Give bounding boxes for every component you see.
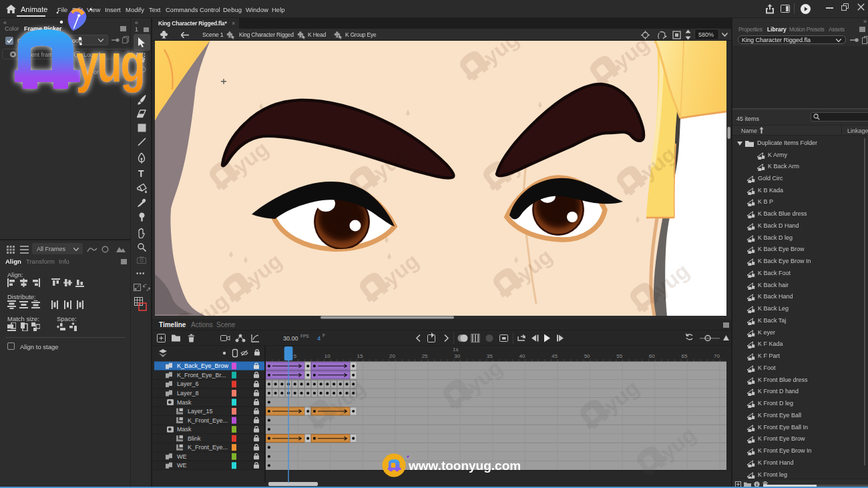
svg-text:Mask: Mask [177, 399, 192, 406]
svg-text:Actions: Actions [191, 321, 213, 328]
svg-text:50: 50 [584, 353, 590, 359]
svg-text:55: 55 [616, 353, 622, 359]
svg-text:15: 15 [357, 353, 363, 359]
svg-text:F: F [322, 333, 325, 338]
svg-text:4: 4 [317, 334, 320, 342]
svg-text:30: 30 [454, 353, 460, 359]
svg-text:K_Front_Eye_Br...: K_Front_Eye_Br... [177, 372, 226, 379]
svg-text:5: 5 [293, 353, 296, 359]
svg-text:Layer_6: Layer_6 [177, 381, 199, 387]
svg-text:1s: 1s [453, 346, 458, 352]
svg-text:WE: WE [177, 462, 187, 469]
svg-text:70: 70 [714, 353, 720, 359]
svg-text:WE: WE [177, 453, 187, 460]
svg-text:Layer_15: Layer_15 [188, 408, 213, 415]
svg-text:25: 25 [422, 353, 428, 359]
svg-text:Blink: Blink [188, 435, 201, 442]
svg-text:K_Back_Eye_Brow: K_Back_Eye_Brow [177, 362, 229, 369]
svg-text:40: 40 [519, 353, 525, 359]
svg-text:Scene: Scene [216, 321, 236, 328]
svg-text:K_Front_Eye...: K_Front_Eye... [188, 417, 228, 424]
svg-text:Layer_8: Layer_8 [177, 390, 199, 397]
svg-text:20: 20 [389, 353, 395, 359]
svg-text:FPS: FPS [300, 334, 309, 338]
svg-text:65: 65 [681, 353, 687, 359]
svg-text:Timeline: Timeline [159, 321, 186, 328]
svg-text:45: 45 [552, 353, 558, 359]
svg-text:60: 60 [649, 353, 655, 359]
svg-text:30.00: 30.00 [283, 335, 298, 342]
svg-text:Mask: Mask [177, 426, 192, 433]
svg-text:K_Front_Eye...: K_Front_Eye... [188, 444, 228, 451]
svg-text:10: 10 [324, 353, 331, 359]
